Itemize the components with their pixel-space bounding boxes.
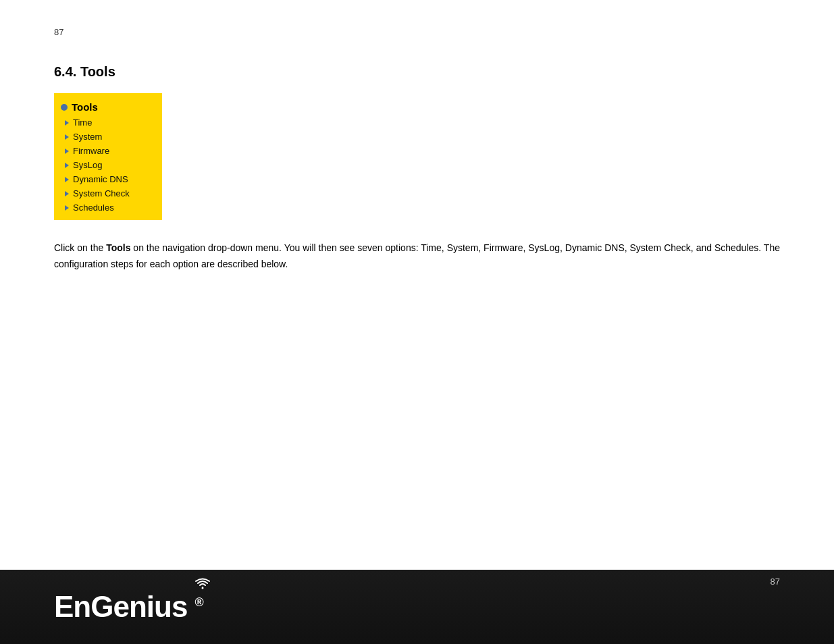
footer-logo: EnGenius ® (54, 590, 203, 624)
menu-item-schedules[interactable]: Schedules (54, 200, 162, 215)
menu-item-syslog[interactable]: SysLog (54, 158, 162, 172)
menu-item-system-check[interactable]: System Check (54, 186, 162, 200)
tools-menu: Tools Time System Firmware SysLog Dynami… (54, 93, 162, 220)
arrow-icon-system-check (65, 191, 69, 196)
arrow-icon-system (65, 134, 69, 140)
footer-page-number: 87 (771, 570, 780, 587)
menu-item-dynamic-dns[interactable]: Dynamic DNS (54, 172, 162, 186)
footer: EnGenius ® 87 (0, 570, 834, 644)
menu-item-system[interactable]: System (54, 130, 162, 144)
page-number-top: 87 (54, 27, 780, 37)
menu-bullet-icon (61, 104, 68, 111)
arrow-icon-firmware (65, 149, 69, 154)
wifi-icon (195, 578, 210, 590)
description-bold: Tools (106, 242, 130, 253)
section-heading: 6.4. Tools (54, 64, 780, 80)
arrow-icon-schedules (65, 205, 69, 211)
arrow-icon-time (65, 120, 69, 126)
arrow-icon-dynamic-dns (65, 177, 69, 182)
svg-point-0 (201, 587, 203, 589)
logo-registered: ® (195, 595, 203, 609)
menu-item-firmware[interactable]: Firmware (54, 144, 162, 158)
logo-engenius: EnGenius ® (54, 590, 203, 624)
menu-item-time[interactable]: Time (54, 115, 162, 130)
description-block: Click on the Tools on the navigation dro… (54, 240, 780, 273)
menu-title: Tools (72, 101, 98, 113)
arrow-icon-syslog (65, 163, 69, 168)
